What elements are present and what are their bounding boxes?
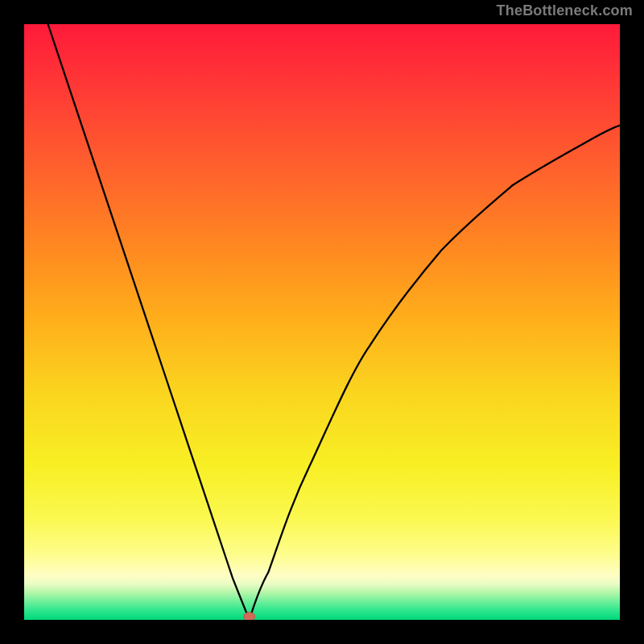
chart-svg bbox=[24, 24, 620, 620]
minimum-marker bbox=[244, 613, 255, 621]
watermark-text: TheBottleneck.com bbox=[497, 2, 633, 19]
gradient-background bbox=[24, 24, 620, 620]
chart bbox=[24, 24, 620, 620]
